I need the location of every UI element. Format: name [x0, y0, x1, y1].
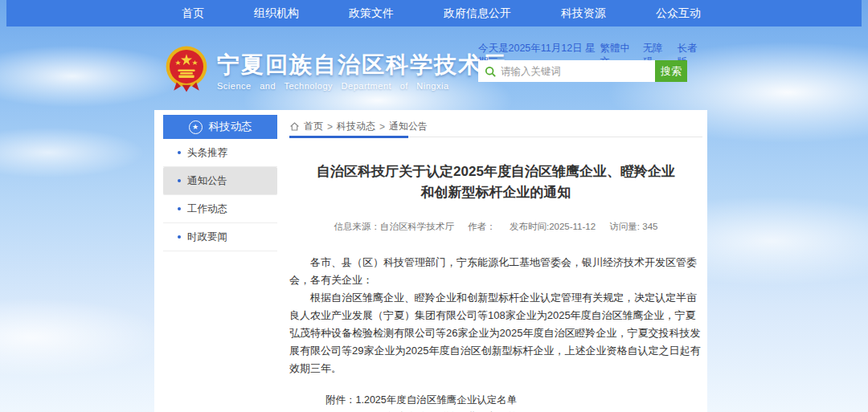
attachments-block: 附件： 1.2025年度自治区雏鹰企业认定名单 2.2025年度自治区瞪羚企业认…: [289, 392, 702, 412]
breadcrumb-tech-dynamics[interactable]: 科技动态: [337, 120, 375, 133]
breadcrumb-home[interactable]: 首页: [304, 120, 323, 133]
star-circle-icon: ★: [189, 120, 203, 134]
sidebar-header: ★ 科技动态: [163, 115, 277, 139]
sidebar-item-work-dynamics[interactable]: 工作动态: [163, 195, 277, 223]
nav-item-tech-resources[interactable]: 科技资源: [561, 6, 606, 21]
meta-source: 信息来源：自治区科学技术厅: [334, 222, 455, 231]
meta-author: 作者：: [468, 222, 496, 231]
site-title: 宁夏回族自治区科学技术厅: [217, 52, 506, 78]
bullet-dot-icon: [178, 151, 181, 154]
article-title-line2: 和创新型标杆企业的通知: [289, 182, 702, 203]
site-subtitle: Science and Technology Department of Nin…: [217, 81, 506, 91]
page: { "nav": { "items": [ { "label": "首页" },…: [0, 0, 868, 412]
article-title-line1: 自治区科技厅关于认定2025年度自治区雏鹰企业、瞪羚企业: [289, 161, 702, 182]
breadcrumb-notices[interactable]: 通知公告: [389, 120, 428, 133]
article-paragraph: 各市、县（区）科技管理部门，宁东能源化工基地管委会，银川经济技术开发区管委会，各…: [289, 254, 702, 289]
sidebar-item-headline-recommend[interactable]: 头条推荐: [163, 139, 277, 167]
sidebar-item-label: 时政要闻: [187, 230, 227, 244]
content-wrapper: ★ 科技动态 头条推荐 通知公告 工作动态 时政要闻: [154, 110, 707, 412]
sidebar-item-notices[interactable]: 通知公告: [163, 167, 277, 195]
national-emblem-logo: [164, 45, 209, 98]
article-meta: 信息来源：自治区科学技术厅 作者： 发布时间:2025-11-12 访问量: 3…: [289, 221, 702, 233]
bullet-dot-icon: [178, 179, 181, 182]
top-nav: 首页 组织机构 政策文件 政府信息公开 科技资源 公众互动: [6, 0, 862, 27]
attachment-link-1[interactable]: 1.2025年度自治区雏鹰企业认定名单: [356, 392, 547, 409]
sidebar-title: 科技动态: [209, 120, 252, 134]
nav-item-organization[interactable]: 组织机构: [254, 6, 299, 21]
breadcrumb: 首页 > 科技动态 > 通知公告: [289, 116, 702, 137]
search-button[interactable]: 搜索: [655, 60, 687, 82]
meta-publish-date: 发布时间:2025-11-12: [510, 222, 596, 231]
brand: 宁夏回族自治区科学技术厅 Science and Technology Depa…: [164, 45, 506, 98]
main-content: 首页 > 科技动态 > 通知公告 自治区科技厅关于认定2025年度自治区雏鹰企业…: [289, 116, 702, 412]
sidebar-item-label: 工作动态: [187, 202, 227, 216]
brand-text: 宁夏回族自治区科学技术厅 Science and Technology Depa…: [217, 52, 506, 91]
search-bar: 搜索: [478, 60, 687, 82]
sidebar-item-label: 通知公告: [187, 174, 227, 188]
search-input[interactable]: [501, 60, 655, 82]
article-body: 各市、县（区）科技管理部门，宁东能源化工基地管委会，银川经济技术开发区管委会，各…: [289, 254, 702, 377]
attachments-list: 1.2025年度自治区雏鹰企业认定名单 2.2025年度自治区瞪羚企业认定名单 …: [356, 392, 547, 412]
breadcrumb-separator: >: [327, 121, 333, 133]
nav-item-policy-documents[interactable]: 政策文件: [349, 6, 394, 21]
nav-item-home[interactable]: 首页: [182, 6, 204, 21]
nav-item-gov-info-disclosure[interactable]: 政府信息公开: [444, 6, 511, 21]
article-title: 自治区科技厅关于认定2025年度自治区雏鹰企业、瞪羚企业 和创新型标杆企业的通知: [289, 161, 702, 203]
article-paragraph: 根据自治区雏鹰企业、瞪羚企业和创新型标杆企业认定管理有关规定，决定认定半亩良人农…: [289, 289, 702, 377]
attachment-link-2[interactable]: 2.2025年度自治区瞪羚企业认定名单: [356, 409, 547, 412]
bullet-dot-icon: [178, 235, 181, 239]
sidebar-item-political-news[interactable]: 时政要闻: [163, 223, 277, 251]
breadcrumb-separator: >: [379, 121, 385, 133]
bullet-dot-icon: [178, 207, 181, 210]
sidebar-menu: 头条推荐 通知公告 工作动态 时政要闻: [163, 139, 277, 251]
attachments-label: 附件：: [326, 392, 356, 412]
sidebar-item-label: 头条推荐: [187, 146, 227, 160]
search-icon: [485, 66, 496, 77]
sidebar: ★ 科技动态 头条推荐 通知公告 工作动态 时政要闻: [163, 115, 277, 251]
meta-visit-count: 访问量: 345: [609, 222, 657, 231]
nav-item-public-interaction[interactable]: 公众互动: [656, 6, 701, 21]
home-icon: [289, 121, 300, 132]
